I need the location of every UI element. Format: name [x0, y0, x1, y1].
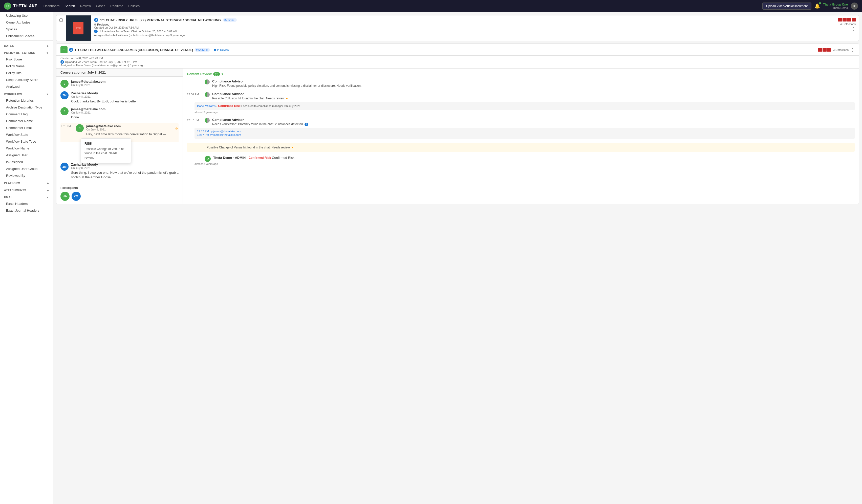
status-text-1: Reviewed	[97, 23, 109, 26]
reviewer-name-1: Compliance Advisor	[212, 79, 244, 83]
section-platform[interactable]: PLATFORM ▶	[0, 179, 53, 186]
result-checkbox-1[interactable]	[56, 15, 66, 25]
isobel-link[interactable]: Isobel Williams	[197, 104, 216, 107]
escalated-text: Escalated to compliance manager 9th July…	[241, 104, 300, 107]
more-options-1[interactable]: ⋮	[852, 27, 856, 31]
sidebar-item-workflow-name[interactable]: Workflow Name	[0, 145, 53, 152]
expanded-created: Created on Jul 8, 2021 at 2:23 PM	[61, 57, 855, 60]
nav-search[interactable]: Search	[65, 3, 75, 9]
participant-zm: ZM	[71, 192, 81, 201]
zoom-icon-2: Z	[61, 60, 64, 64]
checkbox-1[interactable]	[60, 18, 63, 22]
bell-icon[interactable]: 🔔	[814, 3, 820, 9]
review-entry-3: 12:57 PM Compliance Advisor Needs verifi…	[187, 118, 855, 139]
user-org: Theta Demo	[832, 6, 848, 9]
review-time-1	[187, 79, 202, 80]
user-avatar[interactable]: TG	[851, 2, 858, 10]
sidebar-item-exact-headers[interactable]: Exact Headers	[0, 200, 53, 207]
time-link-3b[interactable]: 12:57 PM by james@thetalake.com	[197, 133, 241, 136]
nav-policies[interactable]: Policies	[128, 3, 140, 9]
section-email[interactable]: EMAIL ▼	[0, 193, 53, 200]
sidebar-item-analyzed[interactable]: Analyzed	[0, 83, 53, 90]
msg-date-1: On July 8, 2021	[71, 83, 179, 87]
upload-button[interactable]: Upload Video/Audio/Document	[762, 2, 811, 10]
sidebar-item-is-assigned[interactable]: Is Assigned	[0, 159, 53, 165]
det-block-2b	[823, 48, 826, 52]
section-policy-detections[interactable]: POLICY DETECTIONS ▼	[0, 49, 53, 56]
section-attachments[interactable]: ATTACHMENTS ▶	[0, 186, 53, 193]
search-results: PDF Z 1:1 CHAT - RISKY URLS: (2X) PERSON…	[53, 12, 862, 504]
expanded-header-left: ↑ Z 1:1 CHAT BETWEEN ZACH AND JAMES (COL…	[61, 46, 210, 53]
notifications[interactable]: 🔔	[814, 3, 820, 9]
sidebar-item-assigned-user-group[interactable]: Assigned User Group	[0, 165, 53, 172]
sidebar-item-workflow-state-type[interactable]: Workflow State Type	[0, 138, 53, 145]
result-right-1: 4 Detections ⋮	[835, 15, 859, 34]
status-dot-2	[214, 49, 216, 51]
ta-avatar: TA	[205, 156, 211, 162]
nav-cases[interactable]: Cases	[96, 3, 105, 9]
main-layout: Uploading User Owner Attributes Spaces E…	[0, 12, 862, 504]
status-text-2[interactable]: In Review	[217, 48, 229, 51]
review-time-row-2: 12:56 PM Compliance Advisor Possible Col…	[187, 92, 855, 101]
review-time-4	[189, 145, 204, 146]
nav-dashboard[interactable]: Dashboard	[43, 3, 60, 9]
more-options-2[interactable]: ⋮	[851, 48, 855, 52]
platform-chevron: ▶	[47, 182, 49, 185]
nav-realtime[interactable]: Realtime	[110, 3, 123, 9]
result-header-row-1: Z 1:1 CHAT - RISKY URLS: (2X) PERSONAL S…	[94, 18, 832, 22]
sidebar-item-uploading-user[interactable]: Uploading User	[0, 12, 53, 19]
chat-header: Conversation on July 8, 2021	[56, 68, 183, 77]
section-dates[interactable]: DATES ▶	[0, 42, 53, 49]
det-block-2c	[827, 48, 831, 52]
chat-message-1: J james@thetalake.com On July 8, 2021	[61, 80, 179, 88]
review-content-4: Possible Change of Venue hit found in th…	[207, 145, 853, 150]
review-text-1: High Risk. Found possible policy violati…	[212, 84, 855, 88]
nav-review[interactable]: Review	[80, 3, 91, 9]
sidebar-item-script-similarity[interactable]: Script Similarity Score	[0, 76, 53, 83]
avatar-zach-2: ZM	[61, 163, 68, 171]
sidebar-item-comment-flag[interactable]: Comment Flag	[0, 111, 53, 118]
sidebar-item-workflow-state[interactable]: Workflow State	[0, 131, 53, 138]
review-entry-5: TA Theta Demo - ADMIN - Confirmed Risk C…	[187, 156, 855, 165]
msg-sender-2: Zacharias Moody	[71, 91, 179, 95]
expand-icon-2: ↑	[61, 46, 67, 53]
msg-sender-5: Zacharias Moody	[71, 163, 179, 167]
sidebar-item-reviewed-by[interactable]: Reviewed By	[0, 172, 53, 179]
user-info: Theta Group One Theta Demo	[823, 3, 848, 9]
expanded-upload-text: Uploaded via Zoom Team Chat on July 8, 2…	[65, 61, 137, 64]
detection-count-2: 3 Detections	[833, 48, 849, 51]
review-text-3: Needs verification: Profanity found in t…	[212, 122, 855, 127]
sidebar-item-exact-journal-headers[interactable]: Exact Journal Headers	[0, 207, 53, 214]
sidebar-item-commenter-name[interactable]: Commenter Name	[0, 118, 53, 124]
sidebar-item-assigned-user[interactable]: Assigned User	[0, 152, 53, 159]
section-email-label: EMAIL	[4, 196, 13, 199]
workflow-chevron: ▼	[46, 93, 49, 96]
sidebar-item-policy-hits[interactable]: Policy Hits	[0, 69, 53, 76]
section-workflow[interactable]: WORKFLOW ▼	[0, 90, 53, 97]
det-block-2a	[818, 48, 822, 52]
section-platform-label: PLATFORM	[4, 182, 20, 185]
sidebar-item-commenter-email[interactable]: Commenter Email	[0, 124, 53, 131]
msg-content-1: james@thetalake.com On July 8, 2021	[71, 80, 179, 88]
review-time-row-1: Compliance Advisor High Risk. Found poss…	[187, 79, 855, 88]
review-header[interactable]: Content Review (6) ▾	[187, 72, 855, 76]
sidebar-item-archive-destination[interactable]: Archive Destination Type	[0, 104, 53, 111]
sidebar-item-owner-attributes[interactable]: Owner Attributes	[0, 19, 53, 26]
sidebar-item-spaces[interactable]: Spaces	[0, 26, 53, 32]
sidebar-item-retention-libraries[interactable]: Retention Libraries	[0, 97, 53, 104]
logo-icon: ⬡	[4, 2, 11, 10]
expanded-meta: Created on Jul 8, 2021 at 2:23 PM Z Uplo…	[56, 56, 859, 68]
section-workflow-label: WORKFLOW	[4, 93, 22, 96]
participants-section: Participants JA ZM	[56, 183, 183, 204]
pdf-icon: PDF	[73, 22, 83, 35]
chat-message-3: J james@thetalake.com On July 8, 2021 Do…	[61, 107, 179, 120]
avatar-james-2: J	[61, 107, 68, 115]
sidebar-item-policy-name[interactable]: Policy Name	[0, 63, 53, 69]
time-link-3a[interactable]: 12:57 PM by james@thetalake.com	[197, 130, 241, 133]
sidebar-item-entitlement-spaces[interactable]: Entitlement Spaces	[0, 32, 53, 39]
review-text-4: Possible Change of Venue hit found in th…	[207, 145, 853, 150]
section-dates-label: DATES	[4, 44, 14, 47]
reviewer-name-3: Compliance Advisor	[212, 118, 244, 122]
sidebar-item-risk-score[interactable]: Risk Score	[0, 56, 53, 63]
result-card-2: ↑ Z 1:1 CHAT BETWEEN ZACH AND JAMES (COL…	[56, 43, 859, 204]
